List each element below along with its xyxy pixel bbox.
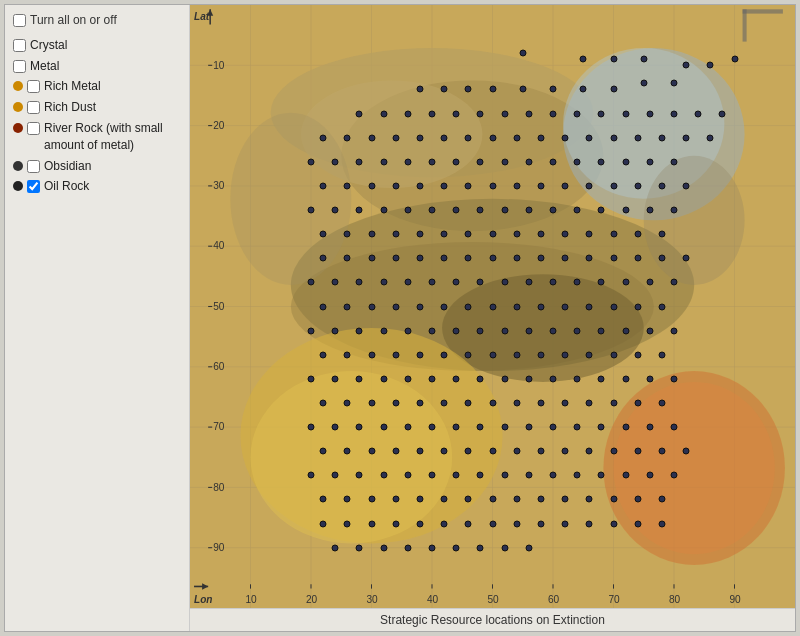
resource-dot bbox=[441, 303, 448, 310]
resource-dot bbox=[344, 520, 351, 527]
resource-dot bbox=[634, 303, 641, 310]
turn-all-checkbox[interactable] bbox=[13, 14, 26, 27]
resource-dot bbox=[332, 158, 339, 165]
rich-dust-checkbox[interactable] bbox=[27, 101, 40, 114]
resource-dot bbox=[392, 303, 399, 310]
resource-dot bbox=[465, 255, 472, 262]
turn-all-item[interactable]: Turn all on or off bbox=[13, 11, 181, 34]
resource-dot bbox=[658, 448, 665, 455]
resource-dot bbox=[707, 134, 714, 141]
river-rock-dot bbox=[13, 123, 23, 133]
svg-text:70: 70 bbox=[608, 593, 619, 604]
svg-text:20: 20 bbox=[213, 120, 224, 131]
resource-dot bbox=[441, 182, 448, 189]
resource-dot bbox=[380, 424, 387, 431]
resource-dot bbox=[308, 472, 315, 479]
resource-dot bbox=[610, 399, 617, 406]
metal-checkbox[interactable] bbox=[13, 60, 26, 73]
resource-dot bbox=[562, 351, 569, 358]
resource-dot bbox=[416, 520, 423, 527]
resource-dot bbox=[501, 472, 508, 479]
obsidian-checkbox[interactable] bbox=[27, 160, 40, 173]
resource-dot bbox=[562, 520, 569, 527]
resource-dot bbox=[537, 231, 544, 238]
resource-dot bbox=[634, 134, 641, 141]
resource-dot bbox=[525, 158, 532, 165]
resource-dot bbox=[356, 472, 363, 479]
resource-dot bbox=[634, 182, 641, 189]
resource-dot bbox=[465, 86, 472, 93]
resource-dot bbox=[683, 182, 690, 189]
resource-dot bbox=[610, 496, 617, 503]
resource-dot bbox=[671, 110, 678, 117]
resource-dot bbox=[550, 424, 557, 431]
resource-dot bbox=[622, 158, 629, 165]
svg-text:10: 10 bbox=[245, 593, 256, 604]
rich-metal-checkbox[interactable] bbox=[27, 80, 40, 93]
resource-dot bbox=[453, 375, 460, 382]
resource-dot bbox=[489, 303, 496, 310]
resource-dot bbox=[598, 375, 605, 382]
map-area: 10 20 30 40 50 60 70 80 90 10 20 30 40 5… bbox=[190, 5, 795, 608]
sidebar-item-crystal[interactable]: Crystal bbox=[13, 36, 181, 55]
resource-dot bbox=[344, 496, 351, 503]
resource-dot bbox=[519, 86, 526, 93]
resource-dot bbox=[537, 351, 544, 358]
resource-dot bbox=[513, 520, 520, 527]
resource-dot bbox=[634, 255, 641, 262]
resource-dot bbox=[465, 351, 472, 358]
resource-dot bbox=[550, 86, 557, 93]
resource-dot bbox=[332, 207, 339, 214]
resource-dot bbox=[356, 375, 363, 382]
resource-dot bbox=[598, 424, 605, 431]
sidebar: Turn all on or off Crystal Metal Rich Me… bbox=[5, 5, 190, 631]
resource-dot bbox=[501, 110, 508, 117]
resource-dot bbox=[640, 56, 647, 63]
resource-dot bbox=[562, 134, 569, 141]
resource-dot bbox=[646, 327, 653, 334]
river-rock-checkbox[interactable] bbox=[27, 122, 40, 135]
resource-dot bbox=[622, 279, 629, 286]
svg-text:60: 60 bbox=[213, 361, 224, 372]
resource-dot bbox=[574, 279, 581, 286]
resource-dot bbox=[368, 134, 375, 141]
resource-dot bbox=[513, 255, 520, 262]
resource-dot bbox=[501, 544, 508, 551]
sidebar-item-obsidian[interactable]: Obsidian bbox=[13, 157, 181, 176]
resource-dot bbox=[574, 424, 581, 431]
resource-dot bbox=[658, 496, 665, 503]
sidebar-item-rich-metal[interactable]: Rich Metal bbox=[13, 77, 181, 96]
resource-dot bbox=[513, 399, 520, 406]
sidebar-item-river-rock[interactable]: River Rock (with small amount of metal) bbox=[13, 119, 181, 155]
svg-rect-34 bbox=[743, 9, 747, 41]
sidebar-item-oil-rock[interactable]: Oil Rock bbox=[13, 177, 181, 196]
resource-dot bbox=[320, 399, 327, 406]
resource-dot bbox=[501, 375, 508, 382]
resource-dot bbox=[646, 375, 653, 382]
resource-dot bbox=[598, 207, 605, 214]
resource-dot bbox=[308, 424, 315, 431]
svg-text:30: 30 bbox=[366, 593, 377, 604]
resource-dot bbox=[537, 399, 544, 406]
resource-dot bbox=[646, 110, 653, 117]
resource-dot bbox=[519, 50, 526, 57]
svg-point-30 bbox=[614, 382, 775, 554]
resource-dot bbox=[441, 255, 448, 262]
sidebar-item-rich-dust[interactable]: Rich Dust bbox=[13, 98, 181, 117]
oil-rock-checkbox[interactable] bbox=[27, 180, 40, 193]
sidebar-item-metal[interactable]: Metal bbox=[13, 57, 181, 76]
resource-dot bbox=[489, 134, 496, 141]
resource-dot bbox=[671, 327, 678, 334]
resource-dot bbox=[489, 86, 496, 93]
resource-dot bbox=[671, 375, 678, 382]
resource-dot bbox=[513, 351, 520, 358]
crystal-checkbox[interactable] bbox=[13, 39, 26, 52]
resource-dot bbox=[380, 375, 387, 382]
resource-dot bbox=[634, 448, 641, 455]
resource-dot bbox=[320, 448, 327, 455]
resource-dot bbox=[634, 520, 641, 527]
rich-metal-dot bbox=[13, 81, 23, 91]
resource-dot bbox=[320, 351, 327, 358]
resource-dot bbox=[380, 207, 387, 214]
resource-dot bbox=[562, 496, 569, 503]
